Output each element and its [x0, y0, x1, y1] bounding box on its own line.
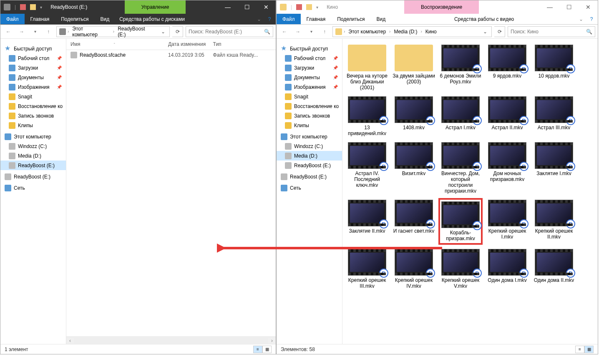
video-item[interactable]: DКрепкий орешек III.mkv — [345, 247, 389, 291]
video-item[interactable]: DЗаклятие II.mkv — [345, 198, 389, 245]
help-button[interactable]: ? — [263, 14, 276, 24]
nav-documents[interactable]: Документы📌 — [277, 73, 342, 82]
recent-locations[interactable]: ▾ — [30, 26, 40, 37]
nav-desktop[interactable]: Рабочий стол📌 — [277, 53, 342, 63]
search-box[interactable]: 🔍 — [186, 26, 273, 37]
close-button[interactable]: ✕ — [579, 0, 598, 14]
maximize-button[interactable]: ☐ — [237, 0, 257, 14]
view-details[interactable]: ≡ — [253, 346, 262, 353]
ribbon-expand[interactable]: ⌄ — [577, 14, 585, 24]
qat-btn[interactable] — [296, 4, 302, 10]
column-date[interactable]: Дата изменения — [168, 41, 213, 47]
video-item[interactable]: D13 привидений.mkv — [345, 95, 389, 138]
nav-pictures[interactable]: Изображения📌 — [277, 82, 342, 92]
address-dropdown[interactable]: ⌄ — [159, 29, 167, 35]
video-item[interactable]: D1408.mkv — [392, 95, 436, 138]
up-button[interactable]: ↑ — [319, 26, 330, 37]
video-item[interactable]: DАстрал III.mkv — [532, 95, 576, 138]
up-button[interactable]: ↑ — [43, 26, 54, 37]
help-button[interactable]: ? — [585, 14, 598, 24]
breadcrumb-item[interactable]: Кино — [424, 29, 438, 35]
breadcrumb-item[interactable]: Этот компьютер — [347, 29, 388, 35]
video-item[interactable]: DКрепкий орешек I.mkv — [485, 198, 529, 245]
search-input[interactable] — [189, 29, 264, 35]
file-tab[interactable]: Файл — [0, 14, 25, 24]
view-details[interactable]: ≡ — [575, 346, 584, 353]
video-item[interactable]: DКрепкий орешек II.mkv — [532, 198, 576, 245]
address-bar[interactable]: › Этот компьютер › ReadyBoost (E:) ⌄ — [56, 26, 170, 37]
folder-item[interactable]: Вечера на хуторе близ Диканьки (2001) — [345, 43, 389, 92]
qat-dropdown[interactable]: ▾ — [40, 5, 42, 10]
video-item[interactable]: DОдин дома I.mkv — [485, 247, 529, 291]
scroll-left[interactable]: ‹ — [66, 338, 74, 344]
ribbon-tab-view[interactable]: Вид — [94, 14, 115, 24]
search-input[interactable] — [511, 29, 586, 35]
back-button[interactable]: ← — [279, 26, 290, 37]
view-icons[interactable]: ▦ — [262, 346, 272, 353]
nav-downloads[interactable]: Загрузки📌 — [0, 63, 66, 73]
nav-this-pc[interactable]: Этот компьютер — [277, 132, 342, 141]
video-item[interactable]: DКрепкий орешек IV.mkv — [392, 247, 436, 291]
nav-network[interactable]: Сеть — [0, 183, 66, 193]
nav-recovery[interactable]: Восстановление ко — [277, 101, 342, 111]
video-item[interactable]: DКорабль-призрак.mkv — [438, 198, 483, 245]
ribbon-tab-share[interactable]: Поделиться — [55, 14, 94, 24]
ribbon-tab-home[interactable]: Главная — [301, 14, 332, 24]
forward-button[interactable]: → — [292, 26, 303, 37]
breadcrumb-item[interactable]: ReadyBoost (E:) — [116, 26, 156, 38]
video-item[interactable]: DЗаклятие I.mkv — [532, 141, 576, 196]
video-item[interactable]: DАстрал II.mkv — [485, 95, 529, 138]
back-button[interactable]: ← — [3, 26, 14, 37]
file-list[interactable]: ReadyBoost.sfcache14.03.2019 3:05Файл кэ… — [66, 50, 276, 336]
nav-drive-e[interactable]: ReadyBoost (E:) — [0, 161, 66, 170]
video-item[interactable]: D9 ярдов.mkv — [485, 43, 529, 92]
qat-btn[interactable] — [30, 4, 36, 10]
nav-drive-e-root[interactable]: ReadyBoost (E:) — [277, 172, 342, 181]
nav-network[interactable]: Сеть — [277, 183, 342, 193]
video-item[interactable]: DИ гаснет свет.mkv — [392, 198, 436, 245]
video-item[interactable]: DАстрал I.mkv — [438, 95, 483, 138]
qat-dropdown[interactable]: ▾ — [316, 5, 318, 10]
nav-drive-d[interactable]: Media (D:) — [277, 151, 342, 161]
maximize-button[interactable]: ☐ — [559, 0, 579, 14]
nav-drive-c[interactable]: Windozz (C:) — [277, 141, 342, 151]
nav-quick-access[interactable]: ★Быстрый доступ — [277, 44, 342, 53]
nav-documents[interactable]: Документы📌 — [0, 73, 66, 82]
video-item[interactable]: DАстрал IV. Последний ключ.mkv — [345, 141, 389, 196]
minimize-button[interactable]: — — [540, 0, 559, 14]
refresh-button[interactable]: ⟳ — [494, 26, 505, 37]
close-button[interactable]: ✕ — [257, 0, 276, 14]
video-item[interactable]: DВинчестер. Дом, который построили призр… — [438, 141, 483, 196]
nav-this-pc[interactable]: Этот компьютер — [0, 132, 66, 141]
nav-drive-d[interactable]: Media (D:) — [0, 151, 66, 161]
file-row[interactable]: ReadyBoost.sfcache14.03.2019 3:05Файл кэ… — [66, 50, 276, 60]
nav-recordings[interactable]: Запись звонков — [277, 111, 342, 120]
nav-pictures[interactable]: Изображения📌 — [0, 82, 66, 92]
breadcrumb-item[interactable]: Этот компьютер — [70, 26, 111, 38]
recent-locations[interactable]: ▾ — [306, 26, 317, 37]
ribbon-tool-tab[interactable]: Средства работы с видео — [450, 14, 518, 24]
minimize-button[interactable]: — — [218, 0, 237, 14]
video-item[interactable]: DКрепкий орешек V.mkv — [438, 247, 483, 291]
nav-drive-c[interactable]: Windozz (C:) — [0, 141, 66, 151]
video-item[interactable]: DВизит.mkv — [392, 141, 436, 196]
horizontal-scrollbar[interactable]: ‹ › — [66, 336, 276, 344]
ribbon-tool-tab[interactable]: Средства работы с дисками — [115, 14, 189, 24]
ribbon-tab-view[interactable]: Вид — [370, 14, 391, 24]
video-item[interactable]: DДом ночных призраков.mkv — [485, 141, 529, 196]
nav-drive-e[interactable]: ReadyBoost (E:) — [277, 161, 342, 170]
video-item[interactable]: D10 ярдов.mkv — [532, 43, 576, 92]
icon-view[interactable]: Вечера на хуторе близ Диканьки (2001)За … — [342, 39, 598, 344]
qat-btn[interactable] — [20, 4, 26, 10]
context-tab[interactable]: Управление — [125, 0, 186, 14]
nav-recovery[interactable]: Восстановление ко — [0, 101, 66, 111]
nav-snagit[interactable]: Snagit — [0, 92, 66, 101]
column-type[interactable]: Тип — [213, 41, 272, 47]
nav-snagit[interactable]: Snagit — [277, 92, 342, 101]
ribbon-tab-home[interactable]: Главная — [25, 14, 55, 24]
file-tab[interactable]: Файл — [277, 14, 301, 24]
search-box[interactable]: 🔍 — [508, 26, 595, 37]
context-tab[interactable]: Воспроизведение — [404, 0, 479, 14]
nav-quick-access[interactable]: ★Быстрый доступ — [0, 44, 66, 53]
ribbon-tab-share[interactable]: Поделиться — [331, 14, 370, 24]
